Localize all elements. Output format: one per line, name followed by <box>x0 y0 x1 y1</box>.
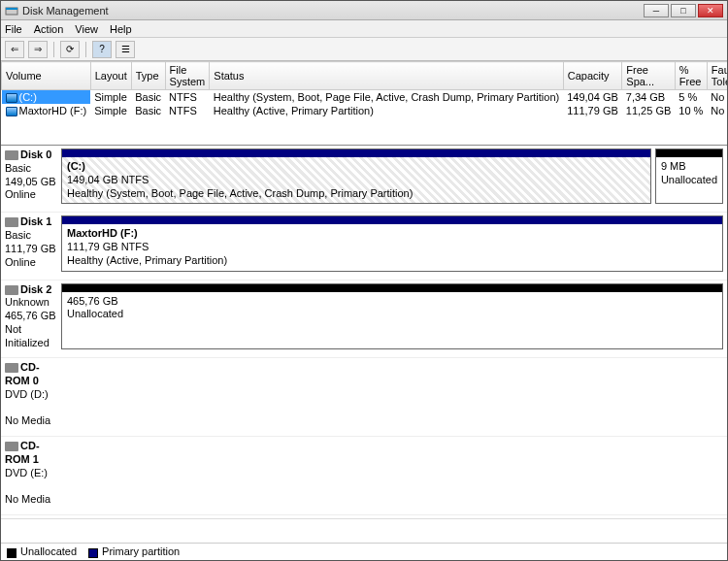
disk-info: Disk 2Unknown465,76 GBNot Initialized <box>5 283 61 350</box>
partition[interactable]: MaxtorHD (F:)111,79 GB NTFSHealthy (Acti… <box>61 215 723 271</box>
table-cell: NTFS <box>165 104 210 117</box>
col-layout[interactable]: Layout <box>90 62 131 90</box>
table-cell: Simple <box>90 104 131 117</box>
partition-size: 465,76 GB <box>67 295 118 307</box>
titlebar: Disk Management ─ □ ✕ <box>1 1 727 20</box>
partition[interactable]: 9 MBUnallocated <box>655 148 723 204</box>
disk-row[interactable]: Disk 2Unknown465,76 GBNot Initialized465… <box>1 280 727 359</box>
volume-table: Volume Layout Type File System Status Ca… <box>1 61 727 117</box>
svg-rect-1 <box>6 8 17 10</box>
col-status[interactable]: Status <box>210 62 563 90</box>
table-cell: 5 % <box>675 90 707 105</box>
disk-icon <box>5 363 18 373</box>
partition-header <box>656 149 722 157</box>
properties-button[interactable]: ☰ <box>116 41 135 58</box>
disk-type: Basic <box>5 229 31 241</box>
disk-partitions <box>61 440 723 507</box>
partition-status: Unallocated <box>67 308 123 319</box>
volume-icon <box>6 107 17 116</box>
disk-name: Disk 1 <box>20 215 51 227</box>
toolbar: ⇐ ⇒ ⟳ ? ☰ <box>1 38 727 61</box>
col-type[interactable]: Type <box>131 62 165 90</box>
maximize-button[interactable]: □ <box>671 4 696 17</box>
toolbar-separator <box>53 42 54 57</box>
disk-icon <box>5 150 18 160</box>
disk-info: CD-ROM 0DVD (D:)No Media <box>5 361 61 428</box>
table-cell: 10 % <box>675 104 707 117</box>
table-row[interactable]: MaxtorHD (F:)SimpleBasicNTFSHealthy (Act… <box>2 104 728 117</box>
table-cell: Healthy (System, Boot, Page File, Active… <box>210 90 563 105</box>
volume-list[interactable]: Volume Layout Type File System Status Ca… <box>1 61 727 145</box>
col-capacity[interactable]: Capacity <box>563 62 622 90</box>
table-cell: 7,34 GB <box>622 90 675 105</box>
disk-state: No Media <box>5 493 50 505</box>
disk-partitions <box>61 361 723 428</box>
partition-size: 111,79 GB NTFS <box>67 241 149 252</box>
disk-size: 465,76 GB <box>5 310 56 321</box>
minimize-button[interactable]: ─ <box>644 4 669 17</box>
disk-row[interactable]: CD-ROM 1DVD (E:)No Media <box>1 437 727 515</box>
back-button[interactable]: ⇐ <box>5 41 24 58</box>
partition-size: 149,04 GB NTFS <box>67 174 149 185</box>
partition-header <box>62 149 650 157</box>
partition-body: (C:)149,04 GB NTFSHealthy (System, Boot,… <box>62 157 650 203</box>
table-cell: Healthy (Active, Primary Partition) <box>210 104 563 117</box>
disk-info: Disk 1Basic111,79 GBOnline <box>5 215 61 271</box>
legend: Unallocated Primary partition <box>1 543 727 560</box>
disk-graphical-view[interactable]: Disk 0Basic149,05 GBOnline(C:)149,04 GB … <box>1 145 727 519</box>
disk-size: 111,79 GB <box>5 243 56 254</box>
col-freespace[interactable]: Free Spa... <box>622 62 675 90</box>
disk-partitions: 465,76 GBUnallocated <box>61 283 723 350</box>
disk-state: Online <box>5 188 36 200</box>
disk-info: CD-ROM 1DVD (E:)No Media <box>5 440 61 507</box>
disk-row[interactable]: Disk 0Basic149,05 GBOnline(C:)149,04 GB … <box>1 146 727 213</box>
disk-type: DVD (D:) <box>5 388 49 400</box>
toolbar-separator <box>85 42 86 57</box>
menu-action[interactable]: Action <box>34 23 64 35</box>
partition-status: Unallocated <box>661 174 717 185</box>
disk-name: Disk 0 <box>20 148 51 160</box>
menu-help[interactable]: Help <box>110 23 132 35</box>
partition[interactable]: 465,76 GBUnallocated <box>61 283 723 350</box>
swatch-blue <box>88 548 98 558</box>
refresh-button[interactable]: ⟳ <box>60 41 80 58</box>
partition-title: (C:) <box>67 160 85 172</box>
close-button[interactable]: ✕ <box>698 4 723 17</box>
disk-info: Disk 0Basic149,05 GBOnline <box>5 148 61 204</box>
col-filesystem[interactable]: File System <box>165 62 210 90</box>
table-cell: MaxtorHD (F:) <box>2 104 91 117</box>
disk-row[interactable]: Disk 1Basic111,79 GBOnlineMaxtorHD (F:)1… <box>1 213 727 280</box>
menu-view[interactable]: View <box>75 23 98 35</box>
partition-body: 465,76 GBUnallocated <box>62 292 722 349</box>
table-header-row: Volume Layout Type File System Status Ca… <box>2 62 728 90</box>
table-cell: No <box>707 90 727 105</box>
partition[interactable]: (C:)149,04 GB NTFSHealthy (System, Boot,… <box>61 148 651 204</box>
disk-type: Basic <box>5 162 31 174</box>
partition-status: Healthy (Active, Primary Partition) <box>67 254 227 266</box>
col-volume[interactable]: Volume <box>2 62 91 90</box>
partition-body: 9 MBUnallocated <box>656 157 722 203</box>
forward-button[interactable]: ⇒ <box>28 41 48 58</box>
table-cell: 11,25 GB <box>622 104 675 117</box>
table-cell: No <box>707 104 727 117</box>
disk-state: Not Initialized <box>5 323 50 348</box>
table-cell: Simple <box>90 90 131 105</box>
window-buttons: ─ □ ✕ <box>644 4 723 17</box>
disk-row[interactable]: CD-ROM 0DVD (D:)No Media <box>1 358 727 437</box>
partition-status: Healthy (System, Boot, Page File, Active… <box>67 187 413 199</box>
partition-size: 9 MB <box>661 160 686 172</box>
disk-state: No Media <box>5 414 50 426</box>
help-button[interactable]: ? <box>92 41 112 58</box>
disk-partitions: (C:)149,04 GB NTFSHealthy (System, Boot,… <box>61 148 723 204</box>
table-row[interactable]: (C:)SimpleBasicNTFSHealthy (System, Boot… <box>2 90 728 105</box>
col-pctfree[interactable]: % Free <box>675 62 707 90</box>
table-cell: 149,04 GB <box>563 90 622 105</box>
volume-icon <box>6 93 17 103</box>
menu-file[interactable]: File <box>5 23 22 35</box>
col-fault[interactable]: Fault Tolerance <box>707 62 727 90</box>
disk-name: Disk 2 <box>20 283 51 295</box>
disk-icon <box>5 217 18 227</box>
disk-state: Online <box>5 256 36 268</box>
legend-unallocated: Unallocated <box>7 545 77 557</box>
disk-icon <box>5 442 18 451</box>
